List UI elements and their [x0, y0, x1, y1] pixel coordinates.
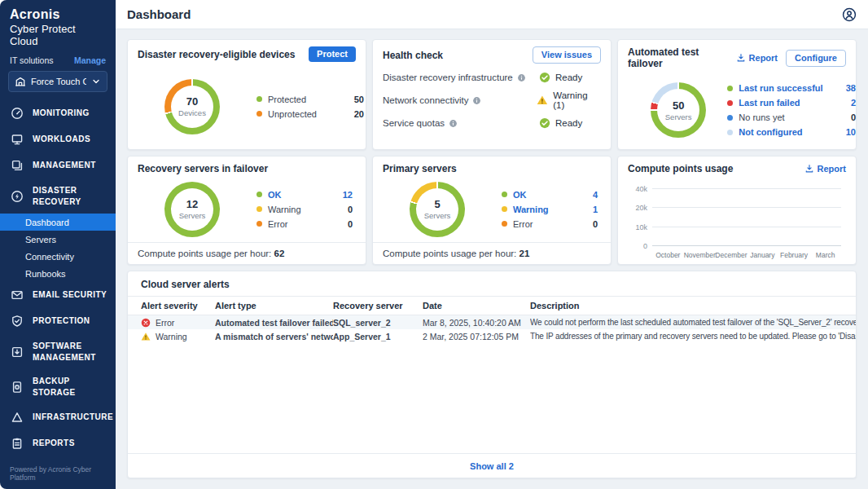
severity-text: Error — [156, 318, 174, 328]
configure-button[interactable]: Configure — [786, 50, 846, 67]
x-axis-label: October — [652, 251, 684, 259]
bolt-circle-icon — [11, 190, 24, 203]
legend-row: No runs yet0 — [727, 112, 856, 122]
triangle-nodes-icon — [11, 411, 24, 424]
column-header: Alert severity — [128, 297, 215, 315]
alert-description: We could not perform the last scheduled … — [530, 316, 856, 329]
sidebar-item-software-management[interactable]: SOFTWARE MANAGEMENT — [0, 334, 116, 369]
legend-label[interactable]: Last run failed — [739, 98, 835, 108]
health-status-text: Warning (1) — [553, 90, 601, 110]
legend-dot — [502, 221, 507, 227]
recovery-server-link[interactable]: SQL_server_2 — [333, 315, 423, 329]
manage-link[interactable]: Manage — [74, 55, 106, 65]
download-icon — [804, 164, 814, 174]
box-arrow-icon — [11, 346, 24, 359]
primary-donut-chart: 5 Servers — [410, 182, 465, 237]
protect-button[interactable]: Protect — [309, 46, 356, 62]
health-item-label: Network connectivity — [383, 95, 468, 105]
legend-value[interactable]: 1 — [583, 205, 598, 214]
layers-icon — [11, 159, 24, 172]
legend-dot — [256, 96, 262, 102]
sidebar-item-workloads[interactable]: WORKLOADS — [0, 126, 116, 152]
legend-value: 0 — [338, 205, 353, 214]
gridline — [652, 207, 841, 208]
sidebar-item-email-security[interactable]: EMAIL SECURITY — [0, 282, 116, 308]
devices-legend: Protected50Unprotected20 — [256, 95, 364, 119]
donut-label: Servers — [179, 211, 206, 220]
alert-type-link[interactable]: Automated test failover failed — [215, 315, 333, 329]
acronis-logo: Acronis Cyber Protect Cloud — [0, 0, 116, 49]
legend-label: Protected — [268, 95, 344, 104]
legend-label: Error — [268, 219, 332, 229]
legend-label[interactable]: Warning — [513, 205, 577, 214]
dashboard-content: Disaster recovery-eligible devices Prote… — [116, 29, 868, 489]
chevron-down-icon — [91, 77, 101, 86]
legend-dot — [727, 86, 733, 91]
sidebar-item-disaster-recovery[interactable]: DISASTER RECOVERY — [0, 178, 116, 214]
legend-value[interactable]: 2 — [841, 98, 856, 108]
legend-row: Error0 — [256, 219, 353, 229]
legend-row: OK12 — [256, 190, 353, 200]
info-icon[interactable] — [449, 119, 458, 128]
warning-triangle-icon — [537, 95, 548, 106]
tenant-section-label: IT solutions — [10, 55, 54, 65]
legend-label: Error — [513, 219, 577, 229]
report-link[interactable]: Report — [736, 53, 778, 63]
y-axis-tick: 0 — [626, 242, 647, 250]
card-title: Primary servers — [383, 163, 457, 174]
legend-label: Unprotected — [268, 109, 344, 119]
donut-value: 12 — [186, 198, 198, 210]
info-icon[interactable] — [472, 96, 481, 105]
column-header: Recovery server — [333, 297, 423, 315]
sidebar-item-management[interactable]: MANAGEMENT — [0, 152, 116, 178]
legend-row: Warning0 — [256, 205, 353, 214]
health-rows: Disaster recovery infrastructureReadyNet… — [373, 65, 611, 135]
legend-dot — [256, 221, 262, 227]
legend-label[interactable]: Last run successful — [739, 83, 835, 93]
legend-dot — [256, 192, 262, 197]
failover-legend: Last run successful38Last run failed2No … — [727, 83, 856, 137]
sidebar-item-backup-storage[interactable]: BACKUP STORAGE — [0, 369, 116, 404]
sidebar-item-reports[interactable]: REPORTS — [0, 430, 116, 456]
card-recovery-servers: Recovery servers in failover 12 Servers — [127, 156, 366, 265]
report-link[interactable]: Report — [804, 164, 846, 174]
health-row: Disaster recovery infrastructureReady — [383, 72, 601, 83]
alerts-table-body: ErrorAutomated test failover failedSQL_s… — [128, 315, 856, 343]
account-icon[interactable] — [842, 7, 857, 22]
card-compute-points-usage: Compute points usage Report 010k20k40kOc… — [617, 156, 857, 265]
sidebar-subitem-connectivity[interactable]: Connectivity — [0, 248, 116, 265]
gridline — [652, 245, 841, 246]
legend-value[interactable]: 12 — [338, 190, 353, 200]
sidebar-subitem-dashboard[interactable]: Dashboard — [0, 214, 116, 231]
legend-label[interactable]: OK — [268, 190, 332, 200]
legend-value[interactable]: 4 — [583, 190, 598, 200]
warning-triangle-icon — [141, 332, 151, 341]
sidebar-subitem-runbooks[interactable]: Runbooks — [0, 265, 116, 282]
sidebar-subitem-servers[interactable]: Servers — [0, 231, 116, 248]
tenant-selector[interactable]: Force Touch Cloud — [8, 71, 107, 92]
card-title: Disaster recovery-eligible devices — [138, 49, 295, 60]
x-axis-label: December — [715, 251, 747, 259]
health-row: Service quotasReady — [383, 117, 601, 129]
recovery-server-link[interactable]: App_Server_1 — [333, 329, 423, 343]
alert-type-link[interactable]: A mismatch of servers' network... — [215, 329, 333, 343]
primary-legend: OK4Warning1Error0 — [502, 190, 598, 229]
view-issues-button[interactable]: View issues — [533, 46, 601, 64]
legend-label[interactable]: OK — [513, 190, 577, 200]
sidebar-item-protection[interactable]: PROTECTION — [0, 308, 116, 334]
powered-by-text: Powered by Acronis Cyber Platform — [0, 460, 116, 489]
legend-label[interactable]: Not configured — [739, 127, 835, 137]
sidebar-item-infrastructure[interactable]: INFRASTRUCTURE — [0, 404, 116, 430]
column-header: Description — [530, 297, 856, 315]
tenant-section: IT solutions Manage Force Touch Cloud — [0, 49, 116, 94]
legend-value[interactable]: 10 — [841, 127, 856, 137]
legend-dot — [727, 100, 733, 106]
legend-value[interactable]: 38 — [841, 83, 856, 93]
health-status-text: Ready — [555, 73, 582, 82]
donut-value: 5 — [434, 198, 440, 210]
legend-row: OK4 — [502, 190, 598, 200]
donut-label: Devices — [178, 108, 206, 117]
info-icon[interactable] — [517, 73, 526, 82]
sidebar-item-monitoring[interactable]: MONITORING — [0, 100, 116, 126]
show-all-link[interactable]: Show all 2 — [470, 461, 514, 471]
